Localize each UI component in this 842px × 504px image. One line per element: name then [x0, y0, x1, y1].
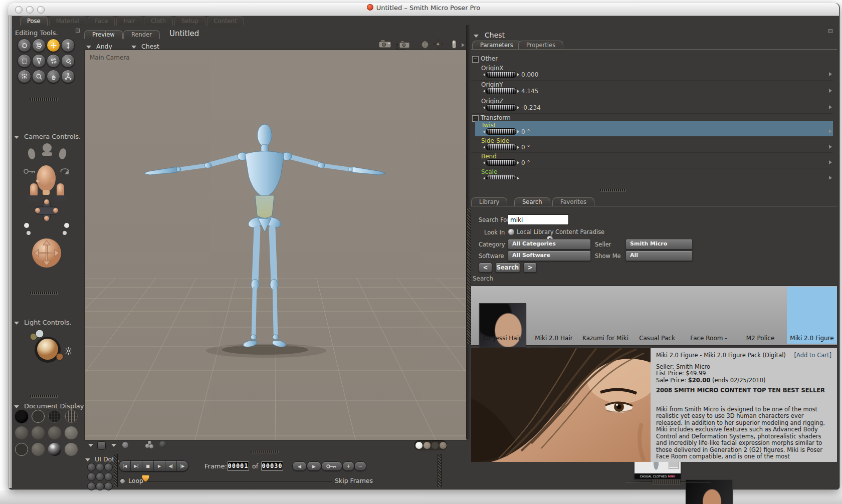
- tab-preview[interactable]: Preview: [84, 30, 123, 39]
- next-page-button[interactable]: >: [523, 263, 537, 273]
- param-dial-side-side[interactable]: [483, 144, 519, 150]
- display-smooth-shaded-icon[interactable]: [32, 443, 45, 456]
- camera-controls-header[interactable]: Camera Controls.: [14, 131, 81, 141]
- result-caption[interactable]: Kazumi for Miki: [580, 335, 630, 342]
- result-thumbnail[interactable]: [686, 479, 733, 504]
- display-flat-lined-icon[interactable]: [48, 426, 61, 439]
- edit-keyframes-button[interactable]: [321, 461, 342, 471]
- display-hidden-line-icon[interactable]: [15, 426, 28, 439]
- param-dial-scale[interactable]: [483, 175, 519, 179]
- param-menu-arrow-icon[interactable]: [829, 145, 832, 149]
- display-flat-shaded-icon[interactable]: [32, 426, 45, 439]
- tab-favorites[interactable]: Favorites: [552, 197, 594, 206]
- group-edit-tool-icon[interactable]: [18, 70, 31, 83]
- tab-material[interactable]: Material: [49, 16, 87, 26]
- globe-icon[interactable]: [421, 41, 429, 49]
- camera-dolly-icon[interactable]: [396, 41, 410, 51]
- add-keyframe-button[interactable]: +: [342, 461, 354, 471]
- timeline-track[interactable]: [145, 481, 332, 482]
- andy-figure[interactable]: [143, 124, 386, 348]
- shaded-ball-icon[interactable]: [159, 441, 166, 448]
- document-menu-icon[interactable]: [88, 444, 93, 447]
- search-button[interactable]: Search: [495, 263, 520, 273]
- total-frames-counter[interactable]: 00030: [261, 461, 283, 471]
- result-caption-selected[interactable]: Miki 2.0 Figure: [787, 335, 837, 342]
- next-keyframe-button[interactable]: ▶: [307, 461, 321, 471]
- display-silhouette-icon[interactable]: [15, 410, 28, 423]
- local-library-radio[interactable]: [508, 228, 515, 235]
- tab-properties[interactable]: Properties: [518, 41, 563, 50]
- panel-splitter[interactable]: [438, 454, 442, 487]
- tab-setup[interactable]: Setup: [174, 16, 205, 26]
- display-texture-shaded-icon[interactable]: [65, 443, 78, 456]
- param-dial-originx[interactable]: [483, 71, 519, 78]
- tab-library[interactable]: Library: [471, 197, 507, 206]
- panel-widget[interactable]: [76, 29, 80, 33]
- display-smooth-lined-icon[interactable]: [48, 443, 61, 456]
- param-menu-arrow-icon[interactable]: [829, 176, 832, 179]
- param-value[interactable]: 0.000: [521, 71, 538, 78]
- display-lit-wireframe-icon[interactable]: [65, 410, 78, 423]
- param-dial-bend[interactable]: [483, 159, 519, 166]
- display-outline-icon[interactable]: [32, 410, 45, 423]
- pose-hand-tool-icon[interactable]: [47, 70, 60, 83]
- camera-view-icon[interactable]: [378, 40, 391, 49]
- taper-tool-icon[interactable]: [32, 54, 46, 68]
- frame-all-button[interactable]: [97, 441, 106, 450]
- ui-dot[interactable]: [96, 472, 104, 481]
- param-value[interactable]: 4.145: [521, 88, 538, 95]
- param-dial-twist[interactable]: [483, 128, 519, 135]
- display-cartoon-line-icon[interactable]: [15, 443, 28, 456]
- tab-face[interactable]: Face: [88, 16, 115, 26]
- panel-divider-handle[interactable]: [30, 395, 58, 397]
- current-frame-counter[interactable]: 00001: [227, 461, 249, 471]
- group-collapse-box[interactable]: −: [472, 56, 479, 63]
- stop-button[interactable]: ■: [142, 461, 153, 471]
- panel-divider-handle[interactable]: [251, 450, 279, 453]
- play-button[interactable]: ▶: [153, 461, 165, 471]
- style-dot-selected[interactable]: [415, 442, 423, 449]
- param-value[interactable]: -0.234: [521, 104, 541, 111]
- rotate-tool-icon[interactable]: [18, 39, 31, 52]
- last-frame-button[interactable]: ▶|: [130, 461, 142, 471]
- ui-dot[interactable]: [87, 463, 96, 471]
- result-caption[interactable]: Casual Pack: [632, 335, 682, 342]
- display-wireframe-icon[interactable]: [48, 410, 61, 423]
- multi-ball-icon[interactable]: [145, 441, 153, 449]
- tab-cloth[interactable]: Cloth: [144, 16, 173, 26]
- tab-parameters[interactable]: Parameters: [472, 41, 521, 50]
- twist-tool-icon[interactable]: [32, 39, 46, 52]
- param-menu-arrow-icon[interactable]: [829, 129, 832, 133]
- panel-expand-arrow-icon[interactable]: [462, 43, 465, 47]
- prev-page-button[interactable]: <: [479, 263, 492, 273]
- panel-resize-handle[interactable]: [652, 479, 681, 484]
- add-to-cart-link[interactable]: [Add to Cart]: [794, 352, 831, 359]
- translate-tool-icon[interactable]: [47, 39, 60, 52]
- category-dropdown[interactable]: All Categories: [508, 239, 591, 249]
- param-menu-arrow-icon[interactable]: [829, 72, 832, 76]
- tab-search[interactable]: Search: [514, 197, 550, 206]
- morph-tool-icon[interactable]: [47, 54, 60, 68]
- delete-keyframe-button[interactable]: −: [354, 461, 366, 471]
- axis-star-icon[interactable]: [433, 39, 443, 49]
- param-dial-originz[interactable]: [483, 104, 519, 111]
- document-display-header[interactable]: Document Display: [14, 401, 84, 410]
- result-caption[interactable]: Face Room -: [684, 335, 734, 342]
- param-dial-originy[interactable]: [483, 88, 519, 94]
- param-value[interactable]: 0 °: [521, 128, 530, 135]
- actor-properties-header[interactable]: Chest: [474, 30, 505, 40]
- ui-dot[interactable]: [104, 463, 113, 471]
- step-forward-button[interactable]: |▶: [176, 461, 188, 471]
- light-pill-icon[interactable]: [452, 40, 457, 49]
- first-frame-button[interactable]: |◀: [119, 461, 130, 471]
- ui-dot[interactable]: [104, 472, 113, 481]
- step-back-button[interactable]: ◀|: [165, 461, 176, 471]
- panel-divider-handle[interactable]: [600, 189, 626, 191]
- ui-dot[interactable]: [87, 472, 96, 481]
- tab-hair[interactable]: Hair: [116, 16, 142, 26]
- tab-render[interactable]: Render: [123, 30, 160, 39]
- seller-dropdown[interactable]: Smith Micro: [625, 239, 693, 249]
- style-dot[interactable]: [424, 442, 431, 449]
- show-me-dropdown[interactable]: All: [625, 250, 693, 261]
- param-menu-arrow-icon[interactable]: [829, 89, 832, 93]
